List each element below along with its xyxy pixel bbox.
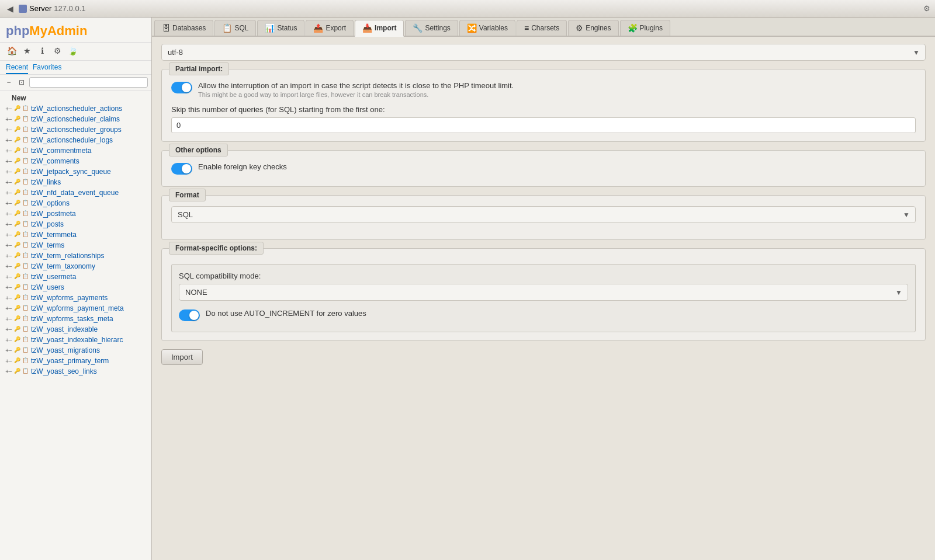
tree-expander-icon[interactable]: +−: [5, 126, 13, 134]
tree-expander-icon[interactable]: +−: [5, 231, 13, 239]
tree-expander-icon[interactable]: +−: [5, 199, 13, 207]
favorites-tab[interactable]: Favorites: [33, 63, 61, 74]
charset-select[interactable]: utf-8: [161, 44, 926, 61]
tree-expander-icon[interactable]: +−: [5, 273, 13, 281]
interrupt-toggle[interactable]: [171, 82, 192, 93]
tree-item-label[interactable]: tzW_usermeta: [31, 273, 76, 281]
tree-item-label[interactable]: tzW_posts: [31, 220, 64, 228]
tree-item-label[interactable]: tzW_term_relationships: [31, 252, 104, 260]
tree-expander-icon[interactable]: +−: [5, 262, 13, 270]
tree-expander-icon[interactable]: +−: [5, 136, 13, 144]
format-select[interactable]: SQL CSV JSON XML ODS: [171, 206, 916, 223]
tree-item[interactable]: +− 🔑 📋 tzW_yoast_primary_term: [0, 356, 151, 366]
tab-charsets[interactable]: ≡ Charsets: [517, 20, 567, 36]
tree-item[interactable]: +− 🔑 📋 tzW_posts: [0, 219, 151, 229]
tree-item[interactable]: +− 🔑 📋 tzW_wpforms_payment_meta: [0, 303, 151, 314]
tree-expander-icon[interactable]: +−: [5, 241, 13, 249]
tree-item[interactable]: +− 🔑 📋 tzW_commentmeta: [0, 145, 151, 156]
tree-item-label[interactable]: tzW_yoast_indexable_hierarc: [31, 336, 123, 344]
tree-expander-icon[interactable]: +−: [5, 147, 13, 155]
tree-expander-icon[interactable]: +−: [5, 210, 13, 218]
tree-new-item[interactable]: New: [0, 93, 151, 103]
tree-item[interactable]: +− 🔑 📋 tzW_actionscheduler_groups: [0, 124, 151, 135]
info-icon[interactable]: ℹ: [36, 45, 48, 57]
expand-icon[interactable]: ⊡: [16, 77, 27, 88]
tree-item[interactable]: +− 🔑 📋 tzW_wpforms_tasks_meta: [0, 314, 151, 324]
auto-increment-toggle[interactable]: [179, 309, 200, 321]
leaf-icon[interactable]: 🍃: [67, 45, 78, 57]
tree-item[interactable]: +− 🔑 📋 tzW_yoast_migrations: [0, 345, 151, 356]
tree-item-label[interactable]: tzW_commentmeta: [31, 147, 91, 155]
tree-item[interactable]: +− 🔑 📋 tzW_actionscheduler_claims: [0, 114, 151, 124]
tree-item[interactable]: +− 🔑 📋 tzW_users: [0, 282, 151, 293]
tree-item[interactable]: +− 🔑 📋 tzW_nfd_data_event_queue: [0, 187, 151, 198]
tree-item-label[interactable]: tzW_wpforms_payment_meta: [31, 304, 124, 312]
tab-variables[interactable]: 🔀 Variables: [459, 20, 515, 36]
tree-item-label[interactable]: tzW_wpforms_payments: [31, 294, 108, 302]
tree-item[interactable]: +− 🔑 📋 tzW_comments: [0, 156, 151, 166]
tab-sql[interactable]: 📋 SQL: [214, 20, 256, 36]
tree-expander-icon[interactable]: +−: [5, 367, 13, 375]
tree-expander-icon[interactable]: +−: [5, 157, 13, 165]
tree-item[interactable]: +− 🔑 📋 tzW_yoast_indexable: [0, 324, 151, 335]
tree-item-label[interactable]: tzW_terms: [31, 241, 64, 249]
compat-select[interactable]: NONE ANSI DB2 MAXDB MYSQL323 MYSQL40 MSS…: [179, 284, 908, 301]
tree-expander-icon[interactable]: +−: [5, 346, 13, 354]
tree-item-label[interactable]: tzW_users: [31, 283, 64, 291]
tree-item[interactable]: +− 🔑 📋 tzW_jetpack_sync_queue: [0, 166, 151, 177]
tree-expander-icon[interactable]: +−: [5, 325, 13, 333]
skip-input[interactable]: [171, 117, 916, 133]
tree-item[interactable]: +− 🔑 📋 tzW_usermeta: [0, 272, 151, 282]
tree-item-label[interactable]: tzW_jetpack_sync_queue: [31, 168, 111, 176]
tab-databases[interactable]: 🗄 Databases: [154, 20, 213, 36]
tree-item-label[interactable]: tzW_actionscheduler_claims: [31, 115, 120, 123]
tree-expander-icon[interactable]: +−: [5, 315, 13, 323]
tree-item-label[interactable]: tzW_yoast_seo_links: [31, 367, 97, 375]
tree-expander-icon[interactable]: +−: [5, 252, 13, 260]
tree-item[interactable]: +− 🔑 📋 tzW_yoast_seo_links: [0, 366, 151, 377]
tree-item[interactable]: +− 🔑 📋 tzW_term_taxonomy: [0, 261, 151, 272]
tab-status[interactable]: 📊 Status: [257, 20, 304, 36]
tree-item-label[interactable]: tzW_links: [31, 178, 61, 186]
tree-expander-icon[interactable]: +−: [5, 105, 13, 113]
tree-item-label[interactable]: tzW_comments: [31, 157, 79, 165]
tree-item-label[interactable]: tzW_yoast_indexable: [31, 325, 98, 333]
tree-item[interactable]: +− 🔑 📋 tzW_termmeta: [0, 229, 151, 240]
tree-expander-icon[interactable]: +−: [5, 336, 13, 344]
foreign-key-toggle[interactable]: [171, 163, 192, 175]
tree-item[interactable]: +− 🔑 📋 tzW_yoast_indexable_hierarc: [0, 335, 151, 345]
tree-item[interactable]: +− 🔑 📋 tzW_actionscheduler_logs: [0, 135, 151, 145]
tree-expander-icon[interactable]: +−: [5, 189, 13, 197]
home-icon[interactable]: 🏠: [6, 45, 18, 57]
gear-icon[interactable]: ⚙: [923, 4, 930, 13]
recent-tab[interactable]: Recent: [6, 63, 28, 74]
tree-item[interactable]: +− 🔑 📋 tzW_terms: [0, 240, 151, 251]
tab-export[interactable]: 📤 Export: [306, 20, 354, 36]
star-icon[interactable]: ★: [21, 45, 33, 57]
tree-item-label[interactable]: tzW_yoast_primary_term: [31, 357, 109, 365]
tree-expander-icon[interactable]: +−: [5, 178, 13, 186]
tree-item-label[interactable]: tzW_term_taxonomy: [31, 262, 95, 270]
tab-plugins[interactable]: 🧩 Plugins: [620, 20, 670, 36]
minimize-icon[interactable]: −: [4, 77, 14, 88]
gear-icon[interactable]: ⚙: [51, 45, 63, 57]
tree-item-label[interactable]: tzW_actionscheduler_groups: [31, 126, 122, 134]
tree-expander-icon[interactable]: +−: [5, 220, 13, 228]
tree-item[interactable]: +− 🔑 📋 tzW_term_relationships: [0, 251, 151, 261]
tree-item-label[interactable]: tzW_nfd_data_event_queue: [31, 189, 119, 197]
tab-settings[interactable]: 🔧 Settings: [405, 20, 458, 36]
tab-engines[interactable]: ⚙ Engines: [568, 20, 618, 36]
tree-expander-icon[interactable]: +−: [5, 294, 13, 302]
tree-expander-icon[interactable]: +−: [5, 168, 13, 176]
tree-expander-icon[interactable]: +−: [5, 283, 13, 291]
tree-expander-icon[interactable]: +−: [5, 304, 13, 312]
tree-item-label[interactable]: tzW_postmeta: [31, 210, 76, 218]
tree-expander-icon[interactable]: +−: [5, 115, 13, 123]
back-button[interactable]: ◀: [5, 4, 15, 14]
tree-item[interactable]: +− 🔑 📋 tzW_options: [0, 198, 151, 208]
import-button[interactable]: Import: [161, 349, 203, 365]
tree-item[interactable]: +− 🔑 📋 tzW_wpforms_payments: [0, 293, 151, 303]
tree-item-label[interactable]: tzW_wpforms_tasks_meta: [31, 315, 113, 323]
tab-import[interactable]: 📥 Import: [355, 20, 404, 37]
tree-item-label[interactable]: tzW_actionscheduler_logs: [31, 136, 113, 144]
